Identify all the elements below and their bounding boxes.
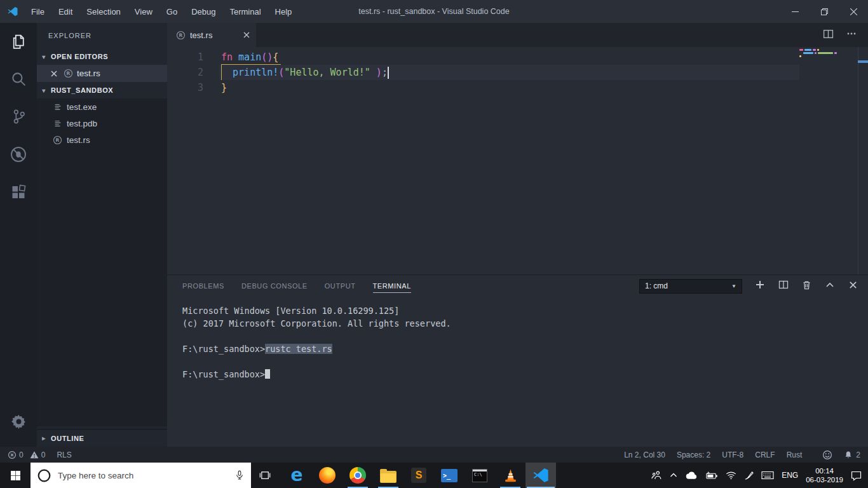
line-number: 1 — [167, 51, 203, 63]
close-button[interactable] — [839, 0, 868, 23]
search-input[interactable] — [58, 471, 228, 480]
taskbar-app-chrome[interactable] — [342, 463, 373, 488]
menu-debug[interactable]: Debug — [184, 0, 222, 23]
terminal-output[interactable]: Microsoft Windows [Version 10.0.16299.12… — [167, 297, 868, 381]
bottom-panel: PROBLEMSDEBUG CONSOLEOUTPUTTERMINAL 1: c… — [167, 274, 868, 447]
menu-selection[interactable]: Selection — [79, 0, 127, 23]
terminal-prompt: F:\rust_sandbox> — [182, 369, 265, 379]
panel-tab-debug-console[interactable]: DEBUG CONSOLE — [241, 280, 308, 293]
rls-status[interactable]: RLS — [57, 451, 71, 459]
code-line[interactable]: 1fn main(){ — [167, 50, 868, 65]
token: } — [221, 82, 227, 93]
outline-header[interactable]: ▸ OUTLINE — [37, 429, 167, 447]
taskbar-app-file-explorer[interactable] — [373, 463, 403, 488]
explorer-files-icon[interactable] — [0, 23, 37, 60]
token: { — [273, 51, 278, 63]
editor-actions — [823, 23, 868, 47]
windows-ink-pen-icon[interactable] — [744, 471, 754, 480]
restore-button[interactable] — [810, 0, 839, 23]
taskbar-app-edge[interactable]: e — [281, 463, 312, 488]
source-control-git-branch-icon[interactable] — [0, 98, 37, 135]
taskbar-search-box[interactable] — [31, 463, 251, 488]
maximize-panel-chevron-up-icon[interactable] — [825, 280, 835, 292]
tree-item[interactable]: Rtest.rs — [37, 132, 167, 148]
eol-status[interactable]: CRLF — [755, 451, 775, 459]
clock[interactable]: 00:14 06-03-2019 — [806, 466, 843, 484]
kill-terminal-trash-icon[interactable] — [802, 280, 811, 292]
menu-file[interactable]: File — [24, 0, 51, 23]
terminal-command: rustc test.rs — [265, 344, 332, 354]
tree-item[interactable]: test.exe — [37, 98, 167, 115]
file-file-icon — [53, 119, 62, 128]
notifications-bell[interactable]: 2 — [844, 451, 860, 459]
taskbar-app-vscode[interactable] — [526, 463, 556, 488]
error-count: 0 — [19, 451, 24, 459]
menu-edit[interactable]: Edit — [51, 0, 79, 23]
minimize-button[interactable] — [780, 0, 810, 23]
settings-gear-icon[interactable] — [0, 403, 37, 440]
indentation-status[interactable]: Spaces: 2 — [677, 451, 710, 459]
code-editor[interactable]: 1fn main(){2 println!("Hello, World!" );… — [167, 47, 868, 274]
task-view-button[interactable] — [251, 463, 279, 488]
outline-label: OUTLINE — [51, 435, 84, 442]
code-line[interactable]: 2 println!("Hello, World!" ); — [167, 65, 868, 80]
tree-item[interactable]: test.pdb — [37, 115, 167, 132]
taskbar-app-command-prompt[interactable]: C:\ — [465, 463, 495, 488]
cursor-position-status[interactable]: Ln 2, Col 30 — [624, 451, 665, 459]
close-file-icon[interactable] — [51, 71, 60, 77]
panel-tab-terminal[interactable]: TERMINAL — [373, 280, 411, 293]
minimap[interactable] — [798, 49, 858, 273]
token: main — [238, 51, 261, 63]
extensions-icon[interactable] — [0, 173, 37, 210]
search-icon[interactable] — [0, 60, 37, 98]
start-button[interactable] — [0, 463, 31, 488]
menu-help[interactable]: Help — [268, 0, 299, 23]
editor-cursor — [388, 67, 389, 79]
code-line[interactable]: 3} — [167, 80, 868, 95]
folder-header[interactable]: ▾ RUST_SANDBOX — [37, 82, 167, 98]
panel-tab-output[interactable]: OUTPUT — [325, 280, 356, 293]
battery-icon[interactable] — [705, 471, 718, 480]
new-terminal-plus-icon[interactable] — [755, 280, 765, 292]
taskbar-app-powershell[interactable]: >_ — [434, 463, 465, 488]
svg-text:R: R — [56, 137, 60, 143]
taskbar-app-vlc[interactable] — [495, 463, 526, 488]
tab-test-rs[interactable]: R test.rs — [167, 23, 256, 47]
feedback-smiley-icon[interactable] — [822, 450, 832, 460]
editor-scrollbar[interactable] — [858, 47, 868, 274]
more-actions-icon[interactable] — [846, 29, 857, 41]
warning-count: 0 — [41, 451, 46, 459]
taskbar-app-firefox[interactable] — [312, 463, 342, 488]
people-icon[interactable] — [651, 470, 661, 480]
code-text: println!("Hello, World!" ); — [221, 67, 388, 78]
wifi-icon[interactable] — [726, 471, 736, 480]
chevron-down-icon: ▾ — [40, 87, 48, 94]
rust-file-icon: R — [53, 135, 62, 145]
touch-keyboard-icon[interactable] — [761, 471, 774, 480]
microphone-icon[interactable] — [234, 470, 245, 480]
language-mode-status[interactable]: Rust — [787, 451, 803, 459]
open-editors-header[interactable]: ▾ OPEN EDITORS — [37, 48, 167, 65]
split-editor-icon[interactable] — [823, 29, 834, 42]
terminal-picker-dropdown[interactable]: 1: cmd ▼ — [639, 279, 742, 294]
panel-tab-problems[interactable]: PROBLEMS — [182, 280, 224, 293]
problems-status[interactable]: 0 0 — [8, 451, 45, 459]
menu-terminal[interactable]: Terminal — [222, 0, 268, 23]
menu-view[interactable]: View — [128, 0, 159, 23]
terminal-line — [182, 355, 868, 368]
svg-text:R: R — [179, 32, 183, 38]
menu-go[interactable]: Go — [159, 0, 184, 23]
file-name: test.rs — [77, 69, 100, 78]
action-center-icon[interactable] — [851, 470, 862, 481]
chevron-right-icon: ▸ — [40, 435, 48, 442]
close-panel-icon[interactable] — [848, 280, 858, 292]
language-indicator[interactable]: ENG — [782, 471, 798, 480]
tray-chevron-up-icon[interactable] — [669, 471, 678, 480]
tab-close-icon[interactable] — [243, 32, 250, 38]
onedrive-cloud-icon[interactable] — [686, 471, 698, 480]
encoding-status[interactable]: UTF-8 — [722, 451, 743, 459]
debug-icon[interactable] — [0, 135, 37, 173]
open-editor-item[interactable]: Rtest.rs — [37, 65, 167, 82]
split-terminal-icon[interactable] — [778, 280, 789, 292]
taskbar-app-sublime-text[interactable]: S — [403, 463, 434, 488]
